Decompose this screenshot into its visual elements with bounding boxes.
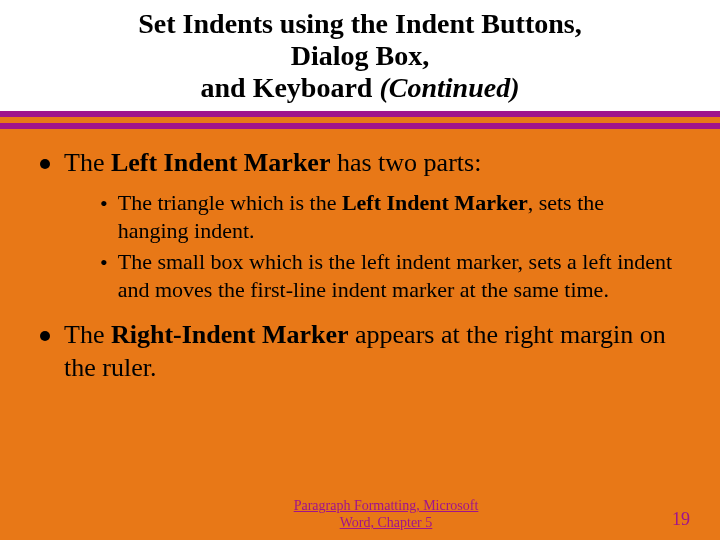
sub-item: • The small box which is the left indent… [100, 248, 680, 303]
sub-text: The small box which is the left indent m… [118, 248, 680, 303]
bullet-icon [40, 159, 50, 169]
text-span: The triangle which is the [118, 190, 342, 215]
text-span: The [64, 320, 111, 349]
sub-bullet-icon: • [100, 191, 108, 217]
title-line-3-italic: (Continued) [379, 72, 519, 103]
sub-text: The triangle which is the Left Indent Ma… [118, 189, 680, 244]
text-span: The [64, 148, 111, 177]
footer: Paragraph Formatting, Microsoft Word, Ch… [0, 498, 720, 532]
sub-item: • The triangle which is the Left Indent … [100, 189, 680, 244]
page-number: 19 [672, 509, 690, 532]
bold-span: Left Indent Marker [111, 148, 331, 177]
bullet-icon [40, 331, 50, 341]
sub-bullet-icon: • [100, 250, 108, 276]
bullet-text: The Right-Indent Marker appears at the r… [64, 319, 680, 384]
text-span: has two parts: [330, 148, 481, 177]
bullet-item: The Right-Indent Marker appears at the r… [40, 319, 680, 384]
title-line-2: Dialog Box, [291, 40, 429, 71]
footer-line-2: Word, Chapter 5 [340, 515, 433, 530]
title-area: Set Indents using the Indent Buttons, Di… [0, 0, 720, 111]
bullet-text: The Left Indent Marker has two parts: [64, 147, 481, 180]
content-area: The Left Indent Marker has two parts: • … [0, 129, 720, 385]
sub-list: • The triangle which is the Left Indent … [100, 189, 680, 303]
slide-title: Set Indents using the Indent Buttons, Di… [20, 8, 700, 105]
title-line-3-pre: and Keyboard [201, 72, 380, 103]
title-line-1: Set Indents using the Indent Buttons, [138, 8, 581, 39]
bold-span: Left Indent Marker [342, 190, 528, 215]
footer-line-1: Paragraph Formatting, Microsoft [294, 498, 479, 513]
footer-center: Paragraph Formatting, Microsoft Word, Ch… [0, 498, 672, 532]
bullet-item: The Left Indent Marker has two parts: [40, 147, 680, 180]
bold-span: Right-Indent Marker [111, 320, 349, 349]
